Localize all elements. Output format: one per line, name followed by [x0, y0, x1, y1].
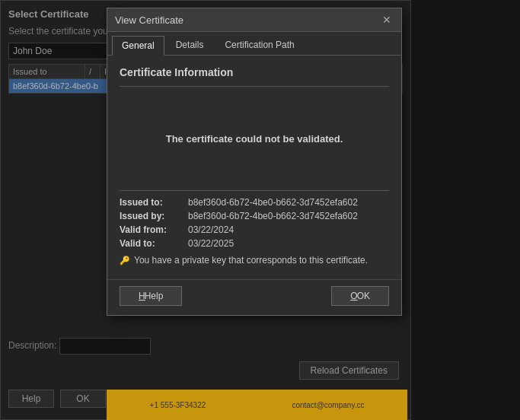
valid-from-row: Valid from: 03/22/2024: [120, 224, 389, 235]
issued-to-row: Issued to: b8ef360d-6b72-4be0-b662-3d745…: [120, 197, 389, 208]
modal-titlebar: View Certificate ✕: [107, 8, 401, 32]
key-icon: 🔑: [120, 256, 130, 266]
issued-to-value: b8ef360d-6b72-4be0-b662-3d7452efa602: [188, 197, 358, 208]
banner-email: contact@company.cc: [292, 401, 364, 409]
cert-warning-area: The certificate could not be validated.: [120, 93, 389, 184]
valid-to-value: 03/22/2025: [188, 238, 234, 249]
valid-from-value: 03/22/2024: [188, 224, 234, 235]
modal-help-button[interactable]: HHelp: [120, 286, 182, 306]
valid-to-row: Valid to: 03/22/2025: [120, 238, 389, 249]
modal-title: View Certificate: [115, 14, 183, 26]
issued-to-label: Issued to:: [120, 197, 188, 208]
cert-details: Issued to: b8ef360d-6b72-4be0-b662-3d745…: [120, 197, 389, 249]
tab-general[interactable]: General: [112, 36, 164, 56]
divider-top: [120, 86, 389, 87]
modal-close-button[interactable]: ✕: [380, 13, 394, 27]
issued-by-value: b8ef360d-6b72-4be0-b662-3d7452efa602: [188, 211, 358, 221]
tab-details[interactable]: Details: [166, 35, 214, 55]
issued-by-row: Issued by: b8ef360d-6b72-4be0-b662-3d745…: [120, 211, 389, 221]
modal-footer: HHelp OOK: [107, 279, 401, 315]
modal-ok-button[interactable]: OOK: [331, 286, 389, 306]
private-key-note: 🔑 You have a private key that correspond…: [120, 255, 389, 266]
bottom-banner: +1 555-3F34322 contact@company.cc: [107, 390, 407, 420]
private-key-text: You have a private key that corresponds …: [134, 255, 368, 266]
tab-certification-path[interactable]: Certification Path: [215, 35, 304, 55]
cert-info-title: Certificate Information: [120, 66, 389, 78]
cert-warning-text: The certificate could not be validated.: [166, 133, 343, 145]
banner-phone: +1 555-3F34322: [150, 401, 206, 409]
valid-from-label: Valid from:: [120, 224, 188, 235]
modal-tabs: General Details Certification Path: [107, 32, 401, 56]
view-certificate-dialog: View Certificate ✕ General Details Certi…: [107, 8, 402, 316]
divider-bottom: [120, 190, 389, 191]
modal-body: Certificate Information The certificate …: [107, 56, 401, 276]
issued-by-label: Issued by:: [120, 211, 188, 221]
valid-to-label: Valid to:: [120, 238, 188, 249]
